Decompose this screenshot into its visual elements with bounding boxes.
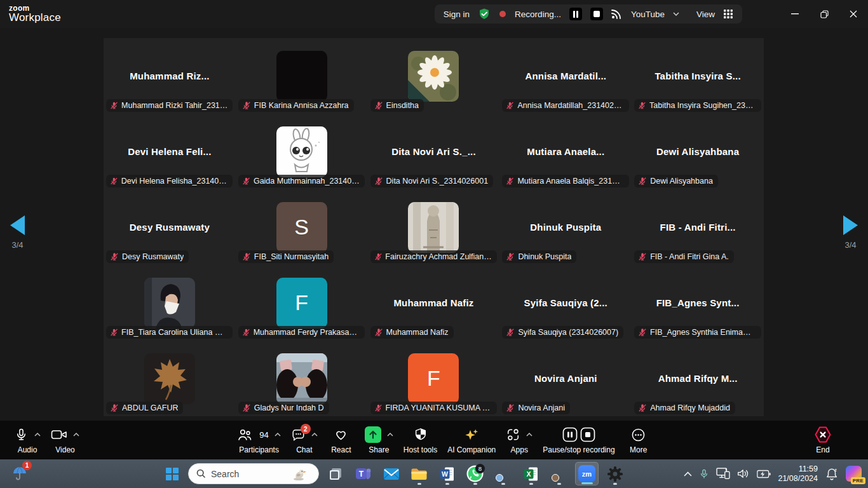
muted-mic-icon [242, 101, 251, 110]
tray-microphone-icon[interactable] [699, 468, 709, 480]
participant-name-label: Muhammad Ferdy Prakasa_23... [238, 326, 365, 339]
audio-chevron-icon[interactable] [34, 433, 41, 437]
participant-tile[interactable]: Dita Novi Ari S._...Dita Novi Ari S._231… [368, 114, 500, 189]
participant-tile[interactable]: SFIB_Siti Nurmasyitah [236, 189, 368, 265]
participant-display-name: Dewi Alisyahbana [656, 146, 739, 157]
file-explorer-icon[interactable] [407, 462, 431, 485]
chrome-icon[interactable] [491, 462, 515, 485]
participant-tile[interactable]: Novira AnjaniNovira Anjani [499, 341, 632, 416]
participant-tile[interactable]: Gladys Nur Indah D [236, 341, 368, 416]
youtube-live-label[interactable]: YouTube [631, 10, 665, 19]
participant-display-name: Mutiara Anaela... [527, 146, 604, 157]
search-input[interactable] [211, 469, 286, 479]
muted-mic-icon [242, 177, 250, 186]
participants-chevron-icon[interactable] [275, 433, 281, 437]
participant-tile[interactable]: Mutiara Anaela...Mutiara Anaela Balqis_2… [499, 114, 632, 189]
pause-recording-button[interactable] [569, 8, 582, 20]
copilot-icon[interactable]: PRE [846, 466, 862, 482]
stop-recording-icon[interactable] [580, 427, 595, 442]
participant-tile[interactable]: Ahmad Rifqy M...Ahmad Rifqy Mujaddid [632, 341, 764, 416]
host-tools-button[interactable]: Host tools [398, 426, 442, 454]
muted-mic-icon [638, 252, 647, 261]
participants-icon [237, 428, 252, 442]
apps-button[interactable]: Apps [501, 426, 538, 454]
share-button[interactable]: Share [360, 426, 398, 454]
participant-tile[interactable]: ABDUL GAFUR [104, 341, 236, 416]
participant-tile[interactable]: Syifa Sauqiya (2...Syifa Sauqiya (231402… [499, 265, 632, 341]
participant-tile[interactable]: Dhinuk PuspitaDhinuk Puspita [499, 189, 632, 265]
whatsapp-icon[interactable]: 8 [463, 462, 487, 485]
participant-tile[interactable]: FIB - Andi Fitri...FIB - Andi Fitri Gina… [632, 189, 764, 265]
participant-tile[interactable]: Dewi AlisyahbanaDewi Alisyahbana [632, 114, 764, 189]
youtube-chevron-down-icon[interactable] [673, 12, 679, 16]
participant-tile[interactable]: Devi Helena Feli...Devi Helena Felisha_2… [104, 114, 236, 189]
view-grid-icon[interactable] [723, 9, 733, 19]
previous-page-arrow[interactable] [10, 215, 25, 235]
participant-avatar [276, 51, 327, 102]
pause-recording-icon[interactable] [562, 427, 578, 442]
taskbar-clock[interactable]: 11:59 21/08/2024 [778, 464, 818, 484]
participant-avatar [144, 278, 195, 329]
tray-volume-icon[interactable] [737, 468, 750, 479]
participant-tile[interactable]: FMuhammad Ferdy Prakasa_23... [236, 265, 368, 341]
view-button[interactable]: View [696, 10, 715, 19]
muted-mic-icon [506, 328, 515, 337]
weather-widget[interactable]: 1 [9, 463, 31, 484]
pause-stop-recording-button[interactable]: Pause/stop recording [538, 426, 620, 454]
end-meeting-button[interactable]: End [804, 426, 841, 454]
audio-button[interactable]: Audio [9, 426, 46, 454]
tray-cast-display-icon[interactable] [716, 468, 730, 480]
mail-icon[interactable] [379, 462, 403, 485]
participant-tile[interactable]: FIB_Agnes Synt...FIB_Agnes Synthia Enima… [632, 265, 764, 341]
close-window-button[interactable] [839, 0, 868, 28]
participant-tile[interactable]: Desy RusmawatyDesy Rusmawaty [104, 189, 236, 265]
participant-tile[interactable]: Annisa Mardatil...Annisa Mardatillah_231… [499, 38, 632, 114]
heart-icon [334, 428, 348, 442]
chrome-icon-2[interactable] [547, 462, 571, 485]
settings-gear-icon[interactable] [603, 462, 627, 485]
start-button[interactable] [160, 462, 184, 485]
video-button[interactable]: Video [46, 426, 85, 454]
security-shield-icon[interactable] [478, 8, 491, 20]
participant-tile[interactable]: FFIRDA YUANITA KUSUMA WA... [368, 341, 500, 416]
more-button[interactable]: More [620, 426, 657, 454]
task-view-button[interactable] [323, 462, 347, 485]
tray-battery-icon[interactable] [757, 470, 771, 478]
muted-mic-icon [374, 403, 383, 412]
word-icon[interactable]: W [435, 462, 459, 485]
video-chevron-icon[interactable] [73, 433, 79, 437]
zoom-app-icon[interactable]: zm [575, 462, 599, 485]
excel-icon[interactable]: X [519, 462, 543, 485]
participant-tile[interactable]: Gaida Muthmainnah_2314026... [236, 114, 368, 189]
restore-window-button[interactable] [810, 0, 839, 28]
chat-chevron-icon[interactable] [311, 433, 318, 437]
participants-button[interactable]: 94 Participants [232, 426, 285, 454]
participant-tile[interactable]: FIB Karina Annisa Azzahra [236, 38, 368, 114]
share-chevron-icon[interactable] [387, 433, 393, 437]
participant-avatar: F [408, 353, 459, 404]
participant-tile[interactable]: Fairuzachry Achmad Zulfian_ S... [368, 189, 500, 265]
apps-chevron-icon[interactable] [526, 433, 532, 437]
teams-icon[interactable]: T [351, 462, 375, 485]
next-page-arrow[interactable] [843, 215, 858, 235]
participant-tile[interactable]: Muhammad NafizMuhammad Nafiz [368, 265, 500, 341]
participant-tile[interactable]: Muhammad Riz...Muhammad Rizki Tahir_2314… [104, 38, 236, 114]
ai-companion-button[interactable]: AI Companion [442, 426, 501, 454]
participant-display-name: Syifa Sauqiya (2... [524, 297, 607, 308]
minimize-window-button[interactable] [780, 0, 810, 28]
participant-name-label: FIB Karina Annisa Azzahra [238, 99, 354, 112]
react-button[interactable]: React [323, 426, 360, 454]
participant-tile[interactable]: Einsditha [368, 38, 500, 114]
notification-bell-icon[interactable]: z [825, 467, 839, 481]
muted-mic-icon [110, 177, 118, 186]
participant-tile[interactable]: Tabitha Insyira S...Tabitha Insyira Sugi… [632, 38, 764, 114]
participant-display-name: Annisa Mardatil... [525, 71, 606, 81]
tray-hidden-icons-chevron[interactable] [684, 471, 692, 477]
taskbar-search[interactable] [188, 463, 319, 484]
svg-text:T: T [358, 470, 363, 478]
sign-in-button[interactable]: Sign in [444, 10, 470, 19]
chat-button[interactable]: 2 Chat [286, 426, 323, 454]
stop-recording-button[interactable] [590, 8, 603, 20]
participant-tile[interactable]: FIB_Tiara Carolina Uliana Situ... [104, 265, 236, 341]
search-highlight-bird-icon [291, 467, 306, 481]
